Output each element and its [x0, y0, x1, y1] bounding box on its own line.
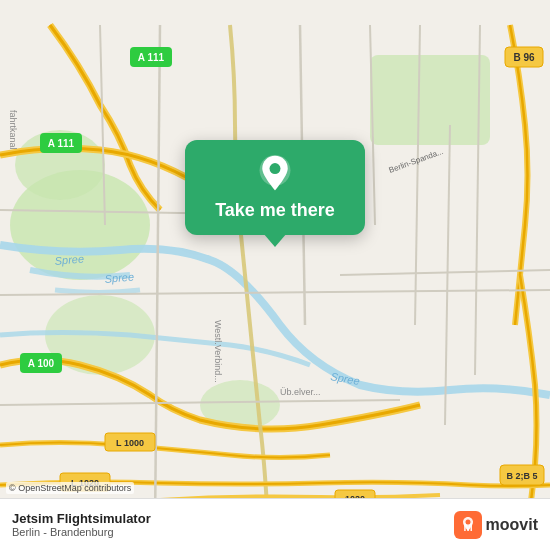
svg-text:Üb.elver...: Üb.elver...	[280, 387, 321, 397]
moovit-text: moovit	[486, 516, 538, 534]
svg-text:A 111: A 111	[138, 52, 165, 63]
location-pin-icon	[255, 154, 295, 194]
svg-point-43	[270, 163, 281, 174]
location-title: Jetsim Flightsimulator	[12, 511, 151, 526]
map-svg: A 111 A 111 A 100 B 96 B 2;B 5 L 1000 L …	[0, 0, 550, 550]
svg-text:A 100: A 100	[28, 358, 55, 369]
svg-text:Spree: Spree	[104, 270, 134, 285]
svg-text:L 1000: L 1000	[116, 438, 144, 448]
bottom-bar-info: Jetsim Flightsimulator Berlin - Brandenb…	[12, 511, 151, 538]
bottom-bar: Jetsim Flightsimulator Berlin - Brandenb…	[0, 498, 550, 550]
location-subtitle: Berlin - Brandenburg	[12, 526, 151, 538]
svg-rect-3	[370, 55, 490, 145]
svg-point-46	[465, 519, 470, 524]
svg-text:B 2;B 5: B 2;B 5	[506, 471, 537, 481]
popup-card[interactable]: Take me there	[185, 140, 365, 235]
svg-text:Westl.Verbind...: Westl.Verbind...	[213, 320, 223, 383]
osm-attribution: © OpenStreetMap contributors	[6, 482, 134, 494]
svg-text:fahrtkanal: fahrtkanal	[8, 110, 18, 150]
svg-text:Spree: Spree	[54, 252, 84, 267]
map-container: A 111 A 111 A 100 B 96 B 2;B 5 L 1000 L …	[0, 0, 550, 550]
svg-text:B 96: B 96	[513, 52, 535, 63]
moovit-icon: M	[454, 511, 482, 539]
moovit-logo: M moovit	[454, 511, 538, 539]
svg-text:A 111: A 111	[48, 138, 75, 149]
popup-label: Take me there	[215, 200, 335, 221]
